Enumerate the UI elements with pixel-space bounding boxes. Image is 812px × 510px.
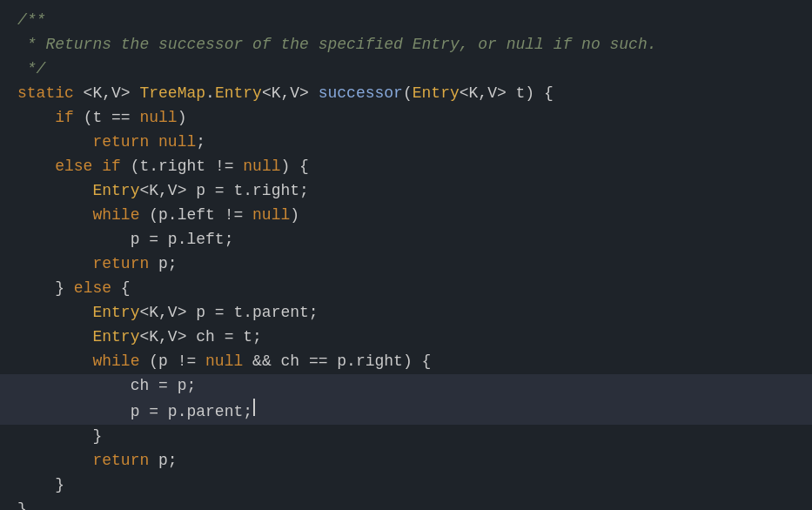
code-text: } — [55, 277, 74, 301]
indent — [17, 228, 131, 252]
code-text: <K,V> p = t.right; — [139, 179, 308, 204]
keyword-while: while — [92, 204, 139, 228]
indent — [17, 325, 92, 350]
code-line-4: static <K,V> TreeMap . Entry <K,V> succe… — [0, 82, 812, 106]
comment-text: * Returns the successor of the specified… — [17, 33, 657, 57]
code-line-5: if (t == null ) — [0, 106, 812, 131]
code-line-3: */ — [0, 57, 812, 82]
code-line-17: p = p.parent; — [0, 399, 812, 425]
code-line-11: return p; — [0, 252, 812, 277]
indent — [17, 131, 92, 155]
code-editor: /** * Returns the successor of the speci… — [0, 0, 812, 510]
method-name: successor — [319, 82, 403, 106]
code-line-18: } — [0, 425, 812, 449]
code-line-16: ch = p; — [0, 374, 812, 399]
code-text: p = p.left; — [131, 228, 234, 252]
code-text: . — [205, 82, 215, 106]
code-text: (p.left != — [139, 204, 252, 228]
code-text: ; — [196, 131, 205, 155]
keyword-return: return — [92, 131, 149, 155]
indent — [17, 179, 92, 204]
type-entry4: Entry — [92, 301, 139, 325]
indent — [17, 204, 92, 228]
code-line-8: Entry <K,V> p = t.right; — [0, 179, 812, 204]
code-line-12: } else { — [0, 277, 812, 301]
code-text: ) { — [281, 155, 309, 179]
code-line-10: p = p.left; — [0, 228, 812, 252]
keyword-null4: null — [252, 204, 290, 228]
indent — [17, 425, 92, 449]
code-line-1: /** — [0, 9, 812, 33]
code-line-15: while (p != null && ch == p.right) { — [0, 350, 812, 374]
text-cursor — [253, 399, 255, 416]
keyword-else: else — [55, 155, 92, 179]
code-line-2: * Returns the successor of the specified… — [0, 33, 812, 57]
keyword-if: if — [55, 106, 74, 131]
code-text: ) — [290, 204, 299, 228]
keyword-if2: if — [102, 155, 121, 179]
code-text: p = p.parent; — [131, 400, 252, 425]
code-text: } — [92, 425, 102, 449]
code-text: <K,V> ch = t; — [139, 325, 261, 350]
indent — [17, 400, 131, 425]
comment-text: */ — [17, 57, 45, 82]
code-text: { — [111, 277, 131, 301]
type-entry3: Entry — [92, 179, 139, 204]
comment-text: /** — [17, 9, 45, 33]
type-entry2: Entry — [413, 82, 460, 106]
code-text: ch = p; — [131, 374, 197, 399]
keyword-else2: else — [74, 277, 111, 301]
type-entry: Entry — [215, 82, 262, 106]
keyword-static: static — [17, 82, 74, 106]
code-line-7: else if (t.right != null ) { — [0, 155, 812, 179]
code-text: p; — [149, 252, 177, 277]
keyword-return2: return — [92, 252, 149, 277]
keyword-null5: null — [205, 350, 243, 374]
indent — [17, 301, 92, 325]
code-line-19: return p; — [0, 449, 812, 473]
type-entry5: Entry — [92, 325, 139, 350]
code-text — [149, 131, 158, 155]
code-line-21: } — [0, 498, 812, 510]
code-text: && ch == p.right) { — [243, 350, 431, 374]
keyword-return3: return — [92, 449, 149, 473]
indent — [17, 374, 131, 399]
code-line-13: Entry <K,V> p = t.parent; — [0, 301, 812, 325]
keyword-null: null — [139, 106, 177, 131]
code-text — [92, 155, 102, 179]
type-treemap: TreeMap — [139, 82, 205, 106]
code-line-6: return null ; — [0, 131, 812, 155]
indent — [17, 155, 55, 179]
code-line-9: while (p.left != null ) — [0, 204, 812, 228]
code-text: } — [55, 473, 64, 498]
code-text: p; — [149, 449, 177, 473]
indent — [17, 473, 55, 498]
code-text: (t.right != — [121, 155, 243, 179]
code-line-14: Entry <K,V> ch = t; — [0, 325, 812, 350]
indent — [17, 350, 92, 374]
indent — [17, 449, 92, 473]
code-text: <K,V> t) { — [460, 82, 554, 106]
code-text: ( — [403, 82, 413, 106]
keyword-null3: null — [243, 155, 280, 179]
code-text: (p != — [139, 350, 205, 374]
code-text: <K,V> — [74, 82, 140, 106]
indent — [17, 252, 92, 277]
code-text: <K,V> — [262, 82, 319, 106]
code-line-20: } — [0, 473, 812, 498]
code-text: } — [17, 498, 27, 510]
indent — [17, 106, 55, 131]
code-text: (t == — [74, 106, 140, 131]
keyword-null2: null — [158, 131, 196, 155]
code-text: <K,V> p = t.parent; — [139, 301, 318, 325]
code-text: ) — [178, 106, 187, 131]
indent — [17, 277, 55, 301]
keyword-while2: while — [92, 350, 139, 374]
